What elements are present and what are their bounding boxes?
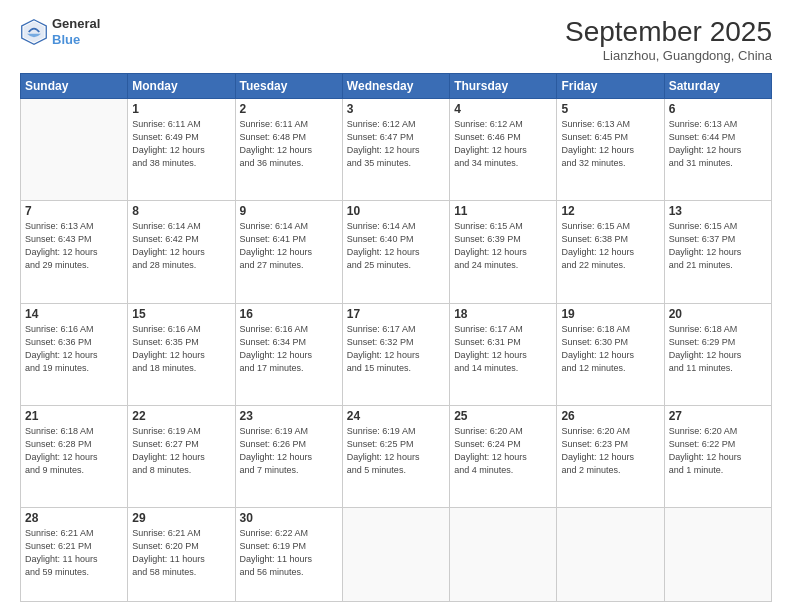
logo: General Blue	[20, 16, 100, 47]
day-number: 9	[240, 204, 338, 218]
day-number: 23	[240, 409, 338, 423]
day-info: Sunrise: 6:11 AM Sunset: 6:49 PM Dayligh…	[132, 118, 230, 170]
weekday-header-wednesday: Wednesday	[342, 74, 449, 99]
day-number: 5	[561, 102, 659, 116]
day-info: Sunrise: 6:12 AM Sunset: 6:47 PM Dayligh…	[347, 118, 445, 170]
day-number: 4	[454, 102, 552, 116]
day-number: 8	[132, 204, 230, 218]
day-info: Sunrise: 6:15 AM Sunset: 6:39 PM Dayligh…	[454, 220, 552, 272]
day-info: Sunrise: 6:20 AM Sunset: 6:23 PM Dayligh…	[561, 425, 659, 477]
day-info: Sunrise: 6:14 AM Sunset: 6:41 PM Dayligh…	[240, 220, 338, 272]
day-info: Sunrise: 6:15 AM Sunset: 6:37 PM Dayligh…	[669, 220, 767, 272]
header: General Blue September 2025 Lianzhou, Gu…	[20, 16, 772, 63]
calendar-cell: 11Sunrise: 6:15 AM Sunset: 6:39 PM Dayli…	[450, 201, 557, 303]
day-number: 28	[25, 511, 123, 525]
day-info: Sunrise: 6:17 AM Sunset: 6:31 PM Dayligh…	[454, 323, 552, 375]
calendar-cell: 3Sunrise: 6:12 AM Sunset: 6:47 PM Daylig…	[342, 99, 449, 201]
calendar-cell: 13Sunrise: 6:15 AM Sunset: 6:37 PM Dayli…	[664, 201, 771, 303]
weekday-header-thursday: Thursday	[450, 74, 557, 99]
calendar-cell: 23Sunrise: 6:19 AM Sunset: 6:26 PM Dayli…	[235, 405, 342, 507]
day-info: Sunrise: 6:16 AM Sunset: 6:34 PM Dayligh…	[240, 323, 338, 375]
day-info: Sunrise: 6:22 AM Sunset: 6:19 PM Dayligh…	[240, 527, 338, 579]
calendar-cell: 1Sunrise: 6:11 AM Sunset: 6:49 PM Daylig…	[128, 99, 235, 201]
calendar-cell: 26Sunrise: 6:20 AM Sunset: 6:23 PM Dayli…	[557, 405, 664, 507]
day-info: Sunrise: 6:13 AM Sunset: 6:45 PM Dayligh…	[561, 118, 659, 170]
day-info: Sunrise: 6:13 AM Sunset: 6:44 PM Dayligh…	[669, 118, 767, 170]
calendar-cell	[342, 508, 449, 602]
day-number: 25	[454, 409, 552, 423]
location: Lianzhou, Guangdong, China	[565, 48, 772, 63]
calendar-cell: 8Sunrise: 6:14 AM Sunset: 6:42 PM Daylig…	[128, 201, 235, 303]
calendar-cell: 25Sunrise: 6:20 AM Sunset: 6:24 PM Dayli…	[450, 405, 557, 507]
calendar-cell: 15Sunrise: 6:16 AM Sunset: 6:35 PM Dayli…	[128, 303, 235, 405]
calendar-cell: 17Sunrise: 6:17 AM Sunset: 6:32 PM Dayli…	[342, 303, 449, 405]
calendar-cell: 9Sunrise: 6:14 AM Sunset: 6:41 PM Daylig…	[235, 201, 342, 303]
weekday-header-saturday: Saturday	[664, 74, 771, 99]
day-number: 22	[132, 409, 230, 423]
calendar-cell: 29Sunrise: 6:21 AM Sunset: 6:20 PM Dayli…	[128, 508, 235, 602]
week-row-2: 7Sunrise: 6:13 AM Sunset: 6:43 PM Daylig…	[21, 201, 772, 303]
day-info: Sunrise: 6:19 AM Sunset: 6:25 PM Dayligh…	[347, 425, 445, 477]
day-number: 19	[561, 307, 659, 321]
day-info: Sunrise: 6:19 AM Sunset: 6:26 PM Dayligh…	[240, 425, 338, 477]
calendar-cell: 14Sunrise: 6:16 AM Sunset: 6:36 PM Dayli…	[21, 303, 128, 405]
calendar-cell: 10Sunrise: 6:14 AM Sunset: 6:40 PM Dayli…	[342, 201, 449, 303]
day-number: 6	[669, 102, 767, 116]
day-number: 7	[25, 204, 123, 218]
calendar-cell: 2Sunrise: 6:11 AM Sunset: 6:48 PM Daylig…	[235, 99, 342, 201]
day-info: Sunrise: 6:20 AM Sunset: 6:24 PM Dayligh…	[454, 425, 552, 477]
day-number: 12	[561, 204, 659, 218]
logo-line2: Blue	[52, 32, 100, 48]
calendar-cell: 19Sunrise: 6:18 AM Sunset: 6:30 PM Dayli…	[557, 303, 664, 405]
day-number: 1	[132, 102, 230, 116]
day-info: Sunrise: 6:12 AM Sunset: 6:46 PM Dayligh…	[454, 118, 552, 170]
logo-icon	[20, 18, 48, 46]
day-info: Sunrise: 6:18 AM Sunset: 6:29 PM Dayligh…	[669, 323, 767, 375]
calendar-cell: 20Sunrise: 6:18 AM Sunset: 6:29 PM Dayli…	[664, 303, 771, 405]
weekday-header-tuesday: Tuesday	[235, 74, 342, 99]
calendar-cell: 24Sunrise: 6:19 AM Sunset: 6:25 PM Dayli…	[342, 405, 449, 507]
day-info: Sunrise: 6:21 AM Sunset: 6:20 PM Dayligh…	[132, 527, 230, 579]
calendar-cell: 30Sunrise: 6:22 AM Sunset: 6:19 PM Dayli…	[235, 508, 342, 602]
day-number: 30	[240, 511, 338, 525]
day-number: 24	[347, 409, 445, 423]
calendar-cell: 4Sunrise: 6:12 AM Sunset: 6:46 PM Daylig…	[450, 99, 557, 201]
day-number: 11	[454, 204, 552, 218]
day-info: Sunrise: 6:19 AM Sunset: 6:27 PM Dayligh…	[132, 425, 230, 477]
svg-marker-0	[24, 21, 45, 42]
day-info: Sunrise: 6:18 AM Sunset: 6:30 PM Dayligh…	[561, 323, 659, 375]
day-number: 21	[25, 409, 123, 423]
day-number: 26	[561, 409, 659, 423]
day-info: Sunrise: 6:15 AM Sunset: 6:38 PM Dayligh…	[561, 220, 659, 272]
day-number: 16	[240, 307, 338, 321]
day-info: Sunrise: 6:13 AM Sunset: 6:43 PM Dayligh…	[25, 220, 123, 272]
day-number: 13	[669, 204, 767, 218]
calendar-cell	[557, 508, 664, 602]
day-info: Sunrise: 6:18 AM Sunset: 6:28 PM Dayligh…	[25, 425, 123, 477]
page: General Blue September 2025 Lianzhou, Gu…	[0, 0, 792, 612]
calendar-cell: 7Sunrise: 6:13 AM Sunset: 6:43 PM Daylig…	[21, 201, 128, 303]
week-row-3: 14Sunrise: 6:16 AM Sunset: 6:36 PM Dayli…	[21, 303, 772, 405]
day-number: 18	[454, 307, 552, 321]
calendar-cell	[450, 508, 557, 602]
day-number: 20	[669, 307, 767, 321]
day-info: Sunrise: 6:14 AM Sunset: 6:40 PM Dayligh…	[347, 220, 445, 272]
day-info: Sunrise: 6:20 AM Sunset: 6:22 PM Dayligh…	[669, 425, 767, 477]
day-number: 10	[347, 204, 445, 218]
calendar-table: SundayMondayTuesdayWednesdayThursdayFrid…	[20, 73, 772, 602]
week-row-1: 1Sunrise: 6:11 AM Sunset: 6:49 PM Daylig…	[21, 99, 772, 201]
day-number: 27	[669, 409, 767, 423]
weekday-header-row: SundayMondayTuesdayWednesdayThursdayFrid…	[21, 74, 772, 99]
calendar-cell	[664, 508, 771, 602]
day-info: Sunrise: 6:21 AM Sunset: 6:21 PM Dayligh…	[25, 527, 123, 579]
week-row-5: 28Sunrise: 6:21 AM Sunset: 6:21 PM Dayli…	[21, 508, 772, 602]
day-info: Sunrise: 6:11 AM Sunset: 6:48 PM Dayligh…	[240, 118, 338, 170]
weekday-header-monday: Monday	[128, 74, 235, 99]
day-number: 15	[132, 307, 230, 321]
weekday-header-sunday: Sunday	[21, 74, 128, 99]
day-info: Sunrise: 6:14 AM Sunset: 6:42 PM Dayligh…	[132, 220, 230, 272]
day-number: 17	[347, 307, 445, 321]
day-number: 14	[25, 307, 123, 321]
title-block: September 2025 Lianzhou, Guangdong, Chin…	[565, 16, 772, 63]
week-row-4: 21Sunrise: 6:18 AM Sunset: 6:28 PM Dayli…	[21, 405, 772, 507]
